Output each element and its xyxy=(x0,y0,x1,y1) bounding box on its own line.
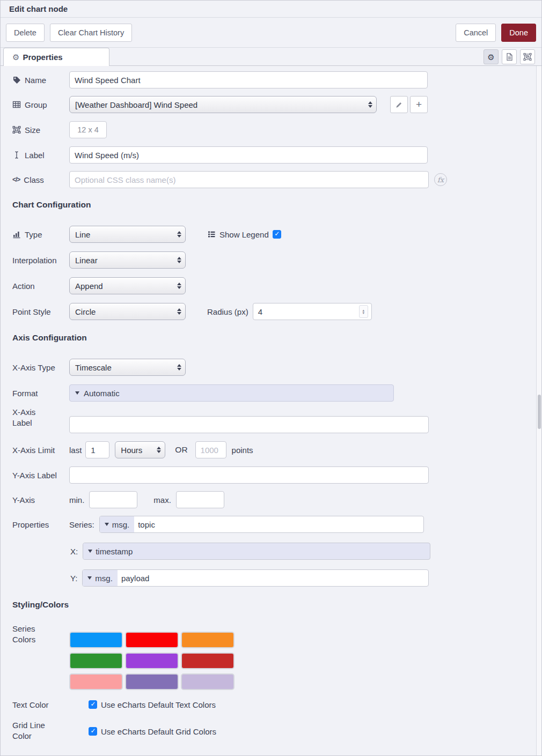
limit-hours-input[interactable] xyxy=(85,441,109,458)
chart-type-icon xyxy=(12,230,21,239)
label-label: Label xyxy=(25,151,45,160)
series-color-swatch[interactable] xyxy=(125,632,179,648)
axis-configuration-heading: Axis Configuration xyxy=(12,333,87,343)
select-arrows-icon xyxy=(177,283,181,289)
spinner-icon[interactable]: ▴▾ xyxy=(359,305,368,318)
grid-color-checkbox[interactable] xyxy=(89,727,97,736)
scrollbar-thumb[interactable] xyxy=(538,395,541,429)
edit-chart-node-dialog: Edit chart node Delete Clear Chart Histo… xyxy=(0,0,542,756)
x-property-value: timestamp xyxy=(96,547,133,556)
done-button[interactable]: Done xyxy=(501,24,536,42)
or-label: OR xyxy=(175,445,187,455)
points-label: points xyxy=(232,446,253,455)
action-select[interactable]: Append xyxy=(69,277,186,294)
y-property-label: Y: xyxy=(70,574,77,583)
gear-icon: ⚙ xyxy=(487,53,494,61)
series-prefix-button[interactable]: msg. xyxy=(100,516,135,532)
y-axis-label-input[interactable] xyxy=(69,466,429,484)
point-style-select-value: Circle xyxy=(75,307,174,316)
node-appearance-button[interactable] xyxy=(520,49,535,64)
document-icon xyxy=(505,53,514,61)
series-color-swatch[interactable] xyxy=(69,632,123,648)
dialog-title: Edit chart node xyxy=(1,1,541,18)
x-axis-type-select[interactable]: Timescale xyxy=(69,359,186,376)
node-properties-button[interactable]: ⚙ xyxy=(484,49,499,64)
interpolation-select[interactable]: Linear xyxy=(69,251,186,269)
series-color-swatch[interactable] xyxy=(125,653,179,669)
scrollbar[interactable] xyxy=(536,66,541,755)
interpolation-label-col: Interpolation xyxy=(12,256,69,265)
properties-gear-icon: ⚙ xyxy=(12,53,19,61)
add-group-button[interactable]: + xyxy=(410,96,428,113)
format-dropdown[interactable]: Automatic xyxy=(69,384,394,402)
format-label-col: Format xyxy=(12,389,69,398)
limit-unit-select[interactable]: Hours xyxy=(115,441,165,458)
tab-properties[interactable]: ⚙ Properties xyxy=(3,48,109,66)
select-arrows-icon xyxy=(157,447,161,453)
y-min-input[interactable] xyxy=(89,491,137,508)
y-axis-label-row: Y-Axis Label xyxy=(12,466,429,484)
radius-input[interactable]: 4 ▴▾ xyxy=(253,303,372,320)
caret-down-icon xyxy=(87,576,92,580)
text-color-label: Text Color xyxy=(12,700,49,709)
format-label: Format xyxy=(12,389,38,398)
series-color-swatch[interactable] xyxy=(69,653,123,669)
series-prefix-label: msg. xyxy=(112,520,130,529)
delete-button[interactable]: Delete xyxy=(6,24,45,42)
styling-colors-heading: Styling/Colors xyxy=(12,600,69,610)
text-color-checkbox[interactable] xyxy=(89,700,97,709)
format-row: Format Automatic xyxy=(12,384,394,402)
show-legend-checkbox[interactable] xyxy=(273,230,281,239)
interpolation-select-value: Linear xyxy=(75,256,174,265)
caret-down-icon xyxy=(75,391,79,395)
group-row: Group [Weather Dashboard] Wind Speed + xyxy=(12,96,428,113)
x-property-row: X: timestamp xyxy=(12,543,430,560)
dialog-toolbar: Delete Clear Chart History Cancel Done xyxy=(1,18,541,48)
series-color-swatch[interactable] xyxy=(69,673,123,690)
action-label: Action xyxy=(12,281,35,291)
cancel-button[interactable]: Cancel xyxy=(456,24,496,42)
chart-configuration-heading: Chart Configuration xyxy=(12,200,91,210)
text-cursor-icon xyxy=(12,151,21,159)
clear-chart-history-button[interactable]: Clear Chart History xyxy=(50,24,132,42)
format-value: Automatic xyxy=(84,389,120,398)
text-color-checkbox-label: Use eCharts Default Text Colors xyxy=(101,700,216,709)
point-style-label-col: Point Style xyxy=(12,307,69,316)
class-input[interactable] xyxy=(69,171,429,188)
series-color-swatch[interactable] xyxy=(181,673,235,690)
name-row: Name xyxy=(12,71,428,88)
node-description-button[interactable] xyxy=(502,49,517,64)
x-axis-label-input[interactable] xyxy=(69,416,429,433)
select-arrows-icon xyxy=(177,364,181,370)
table-icon xyxy=(12,100,21,109)
x-property-typed-input[interactable]: timestamp xyxy=(83,543,430,560)
x-property-prefix-button[interactable]: timestamp xyxy=(83,543,137,559)
series-typed-input[interactable]: msg. topic xyxy=(99,516,424,533)
series-color-swatch[interactable] xyxy=(181,653,235,669)
group-select[interactable]: [Weather Dashboard] Wind Speed xyxy=(69,96,377,113)
fx-expression-button[interactable]: fx xyxy=(434,173,447,186)
interpolation-label: Interpolation xyxy=(12,256,57,265)
x-axis-type-label: X-Axis Type xyxy=(12,363,55,372)
edit-group-button[interactable] xyxy=(390,96,408,113)
action-select-value: Append xyxy=(75,281,174,291)
x-axis-limit-label: X-Axis Limit xyxy=(12,446,55,455)
label-input[interactable] xyxy=(69,146,428,164)
size-icon xyxy=(12,125,21,134)
size-button[interactable]: 12 x 4 xyxy=(69,121,107,138)
series-colors-label: Series Colors xyxy=(12,624,45,646)
select-arrows-icon xyxy=(177,257,181,263)
y-axis-label-label-col: Y-Axis Label xyxy=(12,471,69,480)
y-max-label: max. xyxy=(153,495,171,505)
size-row: Size 12 x 4 xyxy=(12,121,428,138)
y-max-input[interactable] xyxy=(176,491,224,508)
point-style-select[interactable]: Circle xyxy=(69,303,186,320)
name-input[interactable] xyxy=(69,71,428,88)
type-select[interactable]: Line xyxy=(69,226,186,243)
series-color-swatch[interactable] xyxy=(181,632,235,648)
y-property-prefix-button[interactable]: msg. xyxy=(83,570,118,586)
limit-points-input[interactable] xyxy=(195,441,226,458)
y-property-typed-input[interactable]: msg. payload xyxy=(82,569,429,587)
series-color-swatch[interactable] xyxy=(125,673,179,690)
group-label-col: Group xyxy=(12,100,69,109)
